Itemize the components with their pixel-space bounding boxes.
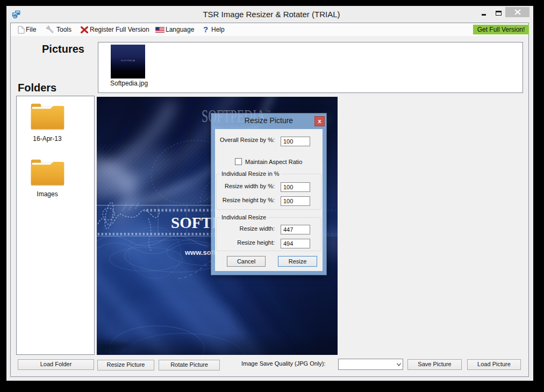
svg-text:SOFTPEDIA: SOFTPEDIA bbox=[121, 59, 135, 62]
